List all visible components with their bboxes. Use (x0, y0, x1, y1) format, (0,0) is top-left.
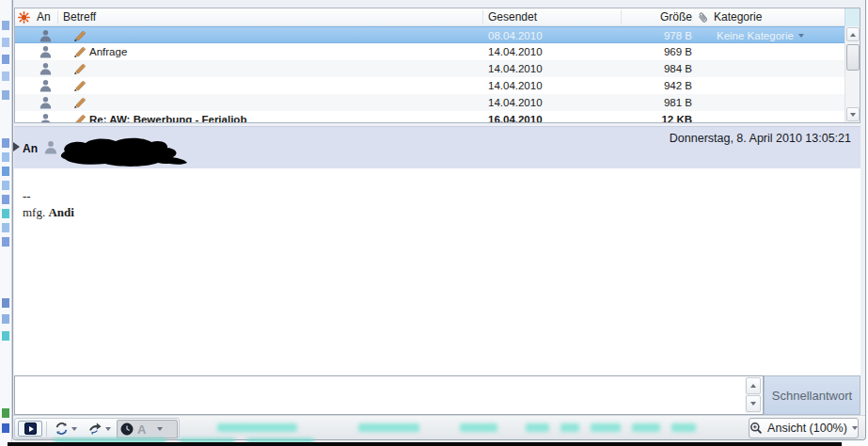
column-header-betreff[interactable]: Betreff (63, 8, 96, 26)
message-size: 984 B (608, 60, 692, 77)
chevron-down-icon (852, 426, 858, 430)
background-window-strip (0, 0, 12, 446)
message-size: 942 B (608, 77, 692, 94)
message-list: An Betreff Gesendet Größe Kategorie (14, 8, 860, 123)
arrow-down-icon (750, 402, 756, 406)
mail-window: An Betreff Gesendet Größe Kategorie (12, 0, 866, 440)
taskbar-edge (8, 442, 842, 446)
screen: An Betreff Gesendet Größe Kategorie (0, 0, 868, 446)
quick-reply-input[interactable] (16, 377, 746, 413)
pane-toggle-icon (24, 422, 37, 435)
scrollbar-down-button[interactable] (846, 107, 860, 121)
chevron-down-icon (105, 427, 111, 431)
arrow-up-icon (750, 384, 756, 388)
message-sent-date: 14.04.2010 (488, 94, 543, 111)
message-sent-date: 08.04.2010 (488, 27, 543, 44)
blurred-text (526, 423, 549, 432)
scrollbar-thumb[interactable] (846, 44, 860, 71)
message-size: 969 B (608, 43, 692, 60)
forward-actions-button[interactable] (85, 421, 115, 437)
quick-reply-scroll-down-button[interactable] (746, 395, 761, 412)
column-header-kategorie[interactable]: Kategorie (714, 8, 762, 26)
toggle-pane-button[interactable] (18, 421, 42, 437)
message-size: 12 KB (608, 111, 692, 122)
scrollbar-header-cap (844, 8, 860, 26)
to-label: An (23, 142, 38, 155)
message-sent-date: 16.04.2010 (488, 111, 543, 122)
category-label: Keine Kategorie (717, 27, 794, 44)
schnellantwort-button[interactable]: Schnellantwort (764, 375, 860, 415)
message-row[interactable]: 14.04.2010 984 B (15, 60, 846, 77)
message-sent-date: 14.04.2010 (488, 60, 543, 77)
message-list-header: An Betreff Gesendet Größe Kategorie (15, 8, 860, 26)
message-row-unread[interactable]: Re: AW: Bewerbung - Ferialjob 16.04.2010… (15, 111, 846, 122)
message-sent-date: 14.04.2010 (488, 43, 543, 60)
pencil-icon (73, 113, 87, 122)
column-header-gesendet[interactable]: Gesendet (488, 8, 537, 26)
message-rows: 08.04.2010 978 B Keine Kategorie Anfrage (15, 26, 846, 122)
message-size: 978 B (608, 27, 692, 44)
sync-button[interactable] (51, 421, 81, 437)
signature-text: mfg. (23, 205, 45, 219)
chevron-down-icon (71, 427, 77, 431)
quick-reply-box (14, 375, 764, 415)
column-header-an[interactable]: An (37, 8, 51, 26)
arrow-up-icon (850, 33, 856, 37)
list-scrollbar[interactable] (844, 26, 860, 122)
reading-pane-header: Donnerstag, 8. April 2010 13:05:21 An (14, 126, 860, 168)
blurred-text (358, 423, 419, 432)
category-dropdown[interactable]: Keine Kategorie (717, 27, 804, 44)
scrollbar-up-button[interactable] (846, 27, 860, 41)
sync-icon (55, 422, 69, 436)
message-row[interactable]: Anfrage 14.04.2010 969 B (15, 43, 846, 60)
blurred-text (217, 423, 297, 432)
message-size: 981 B (608, 94, 692, 111)
background-window-content (2, 21, 9, 30)
encoding-letter: A (137, 422, 146, 437)
toolbar-button-group: A (14, 418, 180, 438)
message-row[interactable]: 14.04.2010 981 B (15, 94, 846, 111)
magnifier-icon (750, 422, 763, 435)
quick-reply-scroll-up-button[interactable] (746, 377, 761, 394)
column-header-groesse[interactable]: Größe (608, 8, 692, 26)
quick-reply-scrollbar[interactable] (745, 377, 762, 413)
signature-delimiter: -- (23, 189, 31, 204)
blurred-text (632, 423, 660, 432)
arrow-down-icon (850, 113, 856, 117)
message-row[interactable]: 14.04.2010 942 B (15, 77, 846, 94)
encoding-button[interactable]: A (117, 420, 178, 438)
message-row-selected[interactable]: 08.04.2010 978 B Keine Kategorie (15, 26, 846, 43)
message-sent-date: 14.04.2010 (488, 77, 543, 94)
clock-icon (120, 422, 134, 436)
paperclip-icon (697, 11, 709, 24)
message-subject: Anfrage (89, 43, 127, 60)
blurred-text (560, 423, 579, 432)
sun-icon (18, 11, 30, 24)
collapse-arrow-icon[interactable] (13, 142, 20, 151)
forward-arrows-icon (88, 422, 103, 436)
view-zoom-label: Ansicht (100%) (767, 422, 847, 435)
message-date: Donnerstag, 8. April 2010 13:05:21 (670, 132, 851, 145)
bottom-toolbar: A Ansicht (100%) (13, 415, 865, 439)
signature-name: Andi (48, 205, 73, 219)
message-body: -- mfg. Andi (14, 168, 860, 375)
view-zoom-button[interactable]: Ansicht (100%) (749, 418, 859, 438)
person-icon (39, 113, 52, 122)
redacted-recipient-name (55, 136, 198, 171)
message-subject: Re: AW: Bewerbung - Ferialjob (89, 111, 246, 122)
blurred-text (671, 423, 696, 432)
chevron-down-icon (798, 34, 804, 38)
blurred-text (591, 423, 621, 432)
blurred-text (460, 423, 497, 432)
chevron-down-icon (157, 427, 163, 431)
quick-reply-area: Schnellantwort (14, 375, 860, 415)
